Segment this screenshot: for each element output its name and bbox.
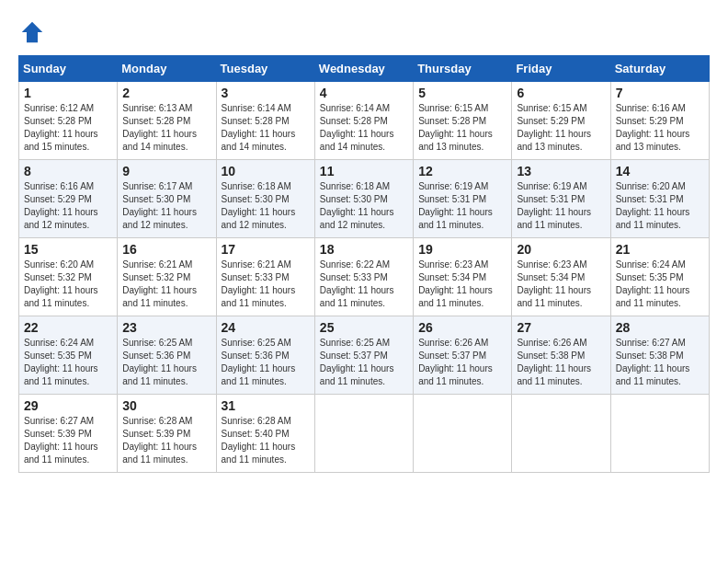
day-info: Sunrise: 6:16 AMSunset: 5:29 PMDaylight:… bbox=[616, 102, 704, 154]
day-info: Sunrise: 6:23 AMSunset: 5:34 PMDaylight:… bbox=[418, 259, 506, 310]
calendar-cell: 14Sunrise: 6:20 AMSunset: 5:31 PMDayligh… bbox=[610, 160, 709, 238]
calendar-cell: 6Sunrise: 6:15 AMSunset: 5:29 PMDaylight… bbox=[512, 82, 610, 160]
weekday-header-monday: Monday bbox=[118, 56, 216, 82]
calendar-table: SundayMondayTuesdayWednesdayThursdayFrid… bbox=[18, 55, 710, 473]
day-info: Sunrise: 6:24 AMSunset: 5:35 PMDaylight:… bbox=[24, 337, 112, 388]
calendar-cell: 31Sunrise: 6:28 AMSunset: 5:40 PMDayligh… bbox=[216, 395, 314, 473]
weekday-header-wednesday: Wednesday bbox=[314, 56, 413, 82]
weekday-header-saturday: Saturday bbox=[610, 56, 709, 82]
calendar-cell: 26Sunrise: 6:26 AMSunset: 5:37 PMDayligh… bbox=[414, 316, 512, 395]
calendar-cell: 9Sunrise: 6:17 AMSunset: 5:30 PMDaylight… bbox=[118, 160, 216, 238]
day-info: Sunrise: 6:17 AMSunset: 5:30 PMDaylight:… bbox=[122, 180, 210, 232]
day-info: Sunrise: 6:13 AMSunset: 5:28 PMDaylight:… bbox=[122, 102, 210, 154]
day-info: Sunrise: 6:21 AMSunset: 5:32 PMDaylight:… bbox=[122, 259, 210, 310]
day-info: Sunrise: 6:20 AMSunset: 5:31 PMDaylight:… bbox=[616, 180, 704, 232]
day-number: 1 bbox=[24, 86, 112, 100]
day-number: 19 bbox=[418, 242, 506, 257]
calendar-cell bbox=[314, 395, 413, 473]
calendar-cell: 2Sunrise: 6:13 AMSunset: 5:28 PMDaylight… bbox=[118, 82, 216, 160]
calendar-cell: 11Sunrise: 6:18 AMSunset: 5:30 PMDayligh… bbox=[314, 160, 413, 238]
day-info: Sunrise: 6:25 AMSunset: 5:37 PMDaylight:… bbox=[320, 337, 408, 388]
day-info: Sunrise: 6:14 AMSunset: 5:28 PMDaylight:… bbox=[320, 102, 408, 154]
day-number: 13 bbox=[517, 164, 605, 178]
day-number: 14 bbox=[616, 164, 704, 178]
calendar-cell: 18Sunrise: 6:22 AMSunset: 5:33 PMDayligh… bbox=[314, 238, 413, 316]
day-info: Sunrise: 6:12 AMSunset: 5:28 PMDaylight:… bbox=[24, 102, 112, 154]
logo-icon bbox=[18, 18, 46, 46]
calendar-cell: 15Sunrise: 6:20 AMSunset: 5:32 PMDayligh… bbox=[19, 238, 118, 316]
day-info: Sunrise: 6:27 AMSunset: 5:39 PMDaylight:… bbox=[24, 415, 112, 466]
calendar-cell bbox=[512, 395, 610, 473]
page-header bbox=[18, 18, 710, 46]
day-info: Sunrise: 6:23 AMSunset: 5:34 PMDaylight:… bbox=[517, 259, 605, 310]
day-number: 6 bbox=[517, 86, 605, 100]
day-info: Sunrise: 6:18 AMSunset: 5:30 PMDaylight:… bbox=[320, 180, 408, 232]
day-info: Sunrise: 6:20 AMSunset: 5:32 PMDaylight:… bbox=[24, 259, 112, 310]
day-number: 31 bbox=[222, 398, 310, 413]
calendar-cell: 4Sunrise: 6:14 AMSunset: 5:28 PMDaylight… bbox=[314, 82, 413, 160]
day-number: 30 bbox=[122, 398, 210, 413]
day-info: Sunrise: 6:25 AMSunset: 5:36 PMDaylight:… bbox=[222, 337, 310, 388]
calendar-cell: 10Sunrise: 6:18 AMSunset: 5:30 PMDayligh… bbox=[216, 160, 314, 238]
day-number: 28 bbox=[616, 320, 704, 335]
day-info: Sunrise: 6:19 AMSunset: 5:31 PMDaylight:… bbox=[418, 180, 506, 232]
week-row-1: 1Sunrise: 6:12 AMSunset: 5:28 PMDaylight… bbox=[19, 82, 710, 160]
day-info: Sunrise: 6:27 AMSunset: 5:38 PMDaylight:… bbox=[616, 337, 704, 388]
day-number: 4 bbox=[320, 86, 408, 100]
weekday-header-sunday: Sunday bbox=[19, 56, 118, 82]
day-info: Sunrise: 6:19 AMSunset: 5:31 PMDaylight:… bbox=[517, 180, 605, 232]
day-info: Sunrise: 6:14 AMSunset: 5:28 PMDaylight:… bbox=[222, 102, 310, 154]
day-info: Sunrise: 6:15 AMSunset: 5:29 PMDaylight:… bbox=[517, 102, 605, 154]
day-number: 26 bbox=[418, 320, 506, 335]
calendar-cell: 25Sunrise: 6:25 AMSunset: 5:37 PMDayligh… bbox=[314, 316, 413, 395]
day-info: Sunrise: 6:25 AMSunset: 5:36 PMDaylight:… bbox=[122, 337, 210, 388]
calendar-cell bbox=[414, 395, 512, 473]
day-number: 16 bbox=[122, 242, 210, 257]
day-number: 25 bbox=[320, 320, 408, 335]
day-number: 29 bbox=[24, 398, 112, 413]
calendar-cell: 19Sunrise: 6:23 AMSunset: 5:34 PMDayligh… bbox=[414, 238, 512, 316]
weekday-header-thursday: Thursday bbox=[414, 56, 512, 82]
calendar-cell: 1Sunrise: 6:12 AMSunset: 5:28 PMDaylight… bbox=[19, 82, 118, 160]
day-number: 18 bbox=[320, 242, 408, 257]
day-number: 11 bbox=[320, 164, 408, 178]
calendar-cell: 30Sunrise: 6:28 AMSunset: 5:39 PMDayligh… bbox=[118, 395, 216, 473]
day-number: 24 bbox=[222, 320, 310, 335]
day-info: Sunrise: 6:28 AMSunset: 5:39 PMDaylight:… bbox=[122, 415, 210, 466]
weekday-header-tuesday: Tuesday bbox=[216, 56, 314, 82]
day-number: 12 bbox=[418, 164, 506, 178]
day-number: 27 bbox=[517, 320, 605, 335]
day-number: 2 bbox=[122, 86, 210, 100]
calendar-cell: 5Sunrise: 6:15 AMSunset: 5:28 PMDaylight… bbox=[414, 82, 512, 160]
calendar-cell: 23Sunrise: 6:25 AMSunset: 5:36 PMDayligh… bbox=[118, 316, 216, 395]
day-number: 21 bbox=[616, 242, 704, 257]
day-info: Sunrise: 6:26 AMSunset: 5:38 PMDaylight:… bbox=[517, 337, 605, 388]
day-info: Sunrise: 6:28 AMSunset: 5:40 PMDaylight:… bbox=[222, 415, 310, 466]
day-number: 7 bbox=[616, 86, 704, 100]
calendar-cell: 7Sunrise: 6:16 AMSunset: 5:29 PMDaylight… bbox=[610, 82, 709, 160]
day-info: Sunrise: 6:15 AMSunset: 5:28 PMDaylight:… bbox=[418, 102, 506, 154]
day-number: 17 bbox=[222, 242, 310, 257]
day-info: Sunrise: 6:21 AMSunset: 5:33 PMDaylight:… bbox=[222, 259, 310, 310]
week-row-4: 22Sunrise: 6:24 AMSunset: 5:35 PMDayligh… bbox=[19, 316, 710, 395]
weekday-header-friday: Friday bbox=[512, 56, 610, 82]
week-row-2: 8Sunrise: 6:16 AMSunset: 5:29 PMDaylight… bbox=[19, 160, 710, 238]
calendar-cell: 13Sunrise: 6:19 AMSunset: 5:31 PMDayligh… bbox=[512, 160, 610, 238]
day-info: Sunrise: 6:22 AMSunset: 5:33 PMDaylight:… bbox=[320, 259, 408, 310]
calendar-cell: 29Sunrise: 6:27 AMSunset: 5:39 PMDayligh… bbox=[19, 395, 118, 473]
day-info: Sunrise: 6:16 AMSunset: 5:29 PMDaylight:… bbox=[24, 180, 112, 232]
logo bbox=[18, 18, 50, 46]
calendar-cell: 27Sunrise: 6:26 AMSunset: 5:38 PMDayligh… bbox=[512, 316, 610, 395]
calendar-cell: 28Sunrise: 6:27 AMSunset: 5:38 PMDayligh… bbox=[610, 316, 709, 395]
calendar-cell bbox=[610, 395, 709, 473]
calendar-cell: 24Sunrise: 6:25 AMSunset: 5:36 PMDayligh… bbox=[216, 316, 314, 395]
week-row-3: 15Sunrise: 6:20 AMSunset: 5:32 PMDayligh… bbox=[19, 238, 710, 316]
calendar-cell: 3Sunrise: 6:14 AMSunset: 5:28 PMDaylight… bbox=[216, 82, 314, 160]
calendar-cell: 16Sunrise: 6:21 AMSunset: 5:32 PMDayligh… bbox=[118, 238, 216, 316]
weekday-header-row: SundayMondayTuesdayWednesdayThursdayFrid… bbox=[19, 56, 710, 82]
day-number: 3 bbox=[222, 86, 310, 100]
day-number: 20 bbox=[517, 242, 605, 257]
calendar-cell: 20Sunrise: 6:23 AMSunset: 5:34 PMDayligh… bbox=[512, 238, 610, 316]
day-number: 22 bbox=[24, 320, 112, 335]
day-info: Sunrise: 6:26 AMSunset: 5:37 PMDaylight:… bbox=[418, 337, 506, 388]
